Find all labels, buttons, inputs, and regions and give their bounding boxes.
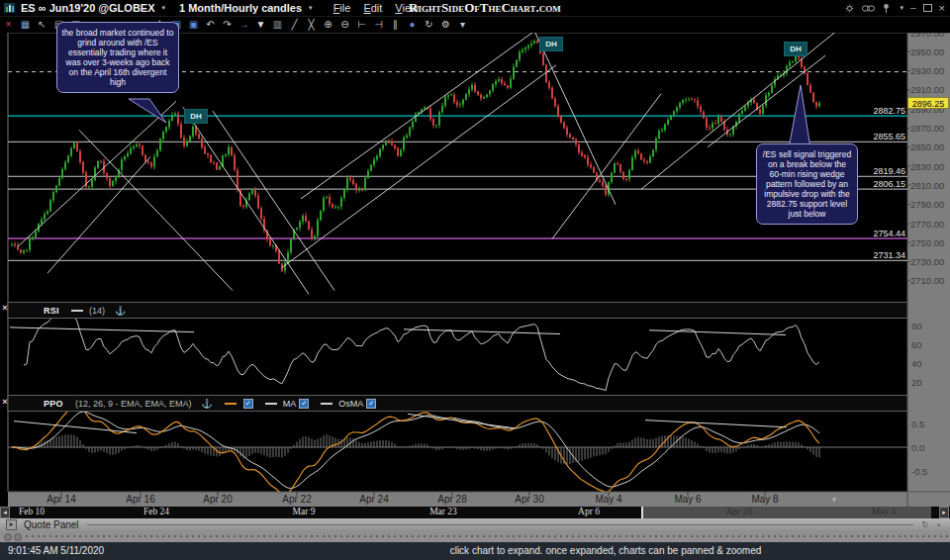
ppo-anchor-icon[interactable]: ⚓: [201, 399, 212, 409]
ppo-params: (12, 26, 9 - EMA, EMA, EMA): [75, 399, 192, 409]
chart-type-icon[interactable]: ▥: [269, 16, 286, 33]
svg-text:80: 80: [911, 321, 922, 331]
svg-text:2790.00: 2790.00: [910, 199, 944, 210]
ppo-line-swatch: [225, 403, 237, 405]
svg-text:2910.00: 2910.00: [910, 84, 944, 95]
osma-line-swatch: [321, 403, 332, 405]
rsi-line-swatch: [71, 310, 83, 312]
pin-icon[interactable]: [882, 3, 891, 14]
menu-edit[interactable]: Edit: [363, 2, 382, 14]
site-logo: RightSideOfTheChart.com: [409, 0, 561, 16]
menu-file[interactable]: File: [333, 2, 351, 14]
svg-text:2730.00: 2730.00: [910, 256, 944, 267]
rsi-period: (14): [89, 306, 105, 316]
svg-text:2806.15: 2806.15: [873, 179, 905, 189]
ppo-checkbox[interactable]: ✓: [243, 399, 253, 409]
ppo-label: PPO: [44, 399, 63, 409]
svg-text:2830.00: 2830.00: [910, 161, 944, 172]
rsi-label: RSI: [44, 306, 59, 316]
grip-dot[interactable]: [14, 533, 22, 541]
date-axis-label: May 6: [674, 494, 701, 505]
date-axis-label: May 4: [595, 494, 621, 505]
svg-text:20: 20: [911, 377, 922, 388]
scrollbar-date-label: Apr 6: [578, 507, 600, 516]
symbol-caret-icon[interactable]: ▾: [162, 4, 166, 12]
date-axis-label: Apr 16: [126, 494, 154, 505]
grip-dot[interactable]: [4, 533, 12, 541]
quote-panel-expand-button[interactable]: ▸: [6, 519, 17, 530]
statusbar: 9:01:45 AM 5/11/2020 click chart to expa…: [0, 542, 950, 560]
osma-label: OsMA: [338, 399, 363, 409]
annotation-note[interactable]: /ES sell signal triggered on a break bel…: [756, 143, 858, 225]
svg-text:2731.34: 2731.34: [873, 250, 905, 260]
titlebar: ES ∞ Jun19'20 @GLOBEX ▾ 1 Month/Hourly c…: [0, 0, 950, 17]
refresh-icon[interactable]: ↻: [421, 16, 437, 33]
shrink-bars-icon[interactable]: ⊣: [370, 16, 387, 33]
ma-label: MA: [283, 399, 297, 409]
annotation-note[interactable]: the broad market continued to grind arou…: [56, 22, 179, 93]
zoom-out-icon[interactable]: ⊖: [336, 16, 353, 33]
svg-text:2819.46: 2819.46: [873, 166, 905, 176]
settings-icon[interactable]: ⚙: [437, 16, 454, 33]
scrollbar-date-label: May 4: [872, 507, 897, 516]
rsi-anchor-icon[interactable]: ⚓: [115, 306, 126, 316]
ppo-panel-header: PPO (12, 26, 9 - EMA, EMA, EMA) ⚓ ✓ MA ✓…: [8, 396, 907, 412]
globe-icon[interactable]: ●: [404, 16, 421, 33]
svg-text:0.0: 0.0: [911, 442, 924, 453]
line-tool-icon[interactable]: ╱: [286, 16, 303, 33]
ma-line-swatch: [265, 403, 277, 405]
osma-checkbox[interactable]: ✓: [366, 399, 376, 409]
gear-icon[interactable]: [844, 3, 855, 14]
tools-dropdown-icon[interactable]: ▾: [454, 16, 471, 33]
quote-panel-icons[interactable]: ↻ ×: [921, 520, 944, 529]
app-chart-icon: [4, 2, 16, 14]
date-axis-label: Apr 28: [437, 494, 466, 505]
close-toolbar-icon[interactable]: ×: [0, 16, 17, 33]
zoom-in-icon[interactable]: ⊕: [320, 16, 336, 33]
divergent-high-tag: DH: [184, 109, 208, 124]
link-icon[interactable]: [862, 4, 875, 13]
expand-bars-icon[interactable]: ⊢: [353, 16, 370, 33]
date-axis-label: Apr 24: [359, 494, 388, 505]
window-grid-icon[interactable]: ▦: [17, 16, 34, 33]
close-window-button[interactable]: ×: [939, 2, 945, 14]
undo-icon[interactable]: ↶: [202, 16, 219, 33]
minimize-button[interactable]: –: [910, 0, 916, 16]
scroll-right-button[interactable]: ▸: [939, 507, 949, 518]
svg-text:0.5: 0.5: [911, 419, 924, 429]
scrollbar-date-label: Feb 10: [19, 507, 45, 516]
menubar: File Edit View: [333, 2, 419, 14]
svg-text:2882.75: 2882.75: [873, 106, 905, 116]
status-hint: click chart to expand. once expanded, ch…: [450, 545, 762, 556]
restore-button[interactable]: [923, 4, 932, 12]
svg-text:60: 60: [911, 339, 922, 350]
bar-spacing-icon[interactable]: ∥: [387, 16, 404, 33]
status-timestamp: 9:01:45 AM 5/11/2020: [8, 545, 104, 556]
pointer-icon[interactable]: ↖: [34, 16, 50, 33]
svg-text:2850.00: 2850.00: [910, 141, 944, 152]
timeframe-selector[interactable]: 1 Month/Hourly candles: [179, 2, 302, 14]
draw-tool-icon[interactable]: ╳: [303, 16, 320, 33]
scroll-left-button[interactable]: ◂: [0, 507, 10, 518]
chart-application-window: 2970.002950.002930.002910.002890.002870.…: [0, 0, 950, 560]
arrow-icon[interactable]: →: [236, 16, 252, 33]
timeframe-caret-icon[interactable]: ▾: [309, 4, 313, 12]
quote-panel-label: Quote Panel: [24, 519, 79, 530]
svg-text:2855.65: 2855.65: [873, 132, 905, 141]
quote-panel-rule: [87, 524, 914, 525]
symbol-selector[interactable]: ES ∞ Jun19'20 @GLOBEX: [21, 2, 155, 14]
pin-caret-icon[interactable]: ▾: [900, 4, 903, 12]
blue-box2-icon[interactable]: ▣: [185, 16, 202, 33]
ma-checkbox[interactable]: ✓: [299, 399, 309, 409]
last-price-tag: 2896.25: [907, 97, 949, 109]
window-controls: ▾ – ×: [844, 0, 945, 16]
quote-panel-bar: ▸ Quote Panel ↻ ×: [0, 518, 950, 531]
divergent-high-tag: DH: [539, 37, 563, 51]
chart-scrollbar[interactable]: ◂ ▸ Feb 10Feb 24Mar 9Mar 23Apr 6Apr 20Ma…: [0, 507, 950, 518]
divergent-high-tag: DH: [784, 42, 808, 56]
svg-text:40: 40: [911, 358, 922, 369]
scrollbar-date-label: Mar 23: [429, 507, 457, 516]
filter-icon[interactable]: ▼: [252, 16, 269, 33]
svg-text:2870.00: 2870.00: [910, 123, 944, 134]
redo-icon[interactable]: ↷: [219, 16, 236, 33]
